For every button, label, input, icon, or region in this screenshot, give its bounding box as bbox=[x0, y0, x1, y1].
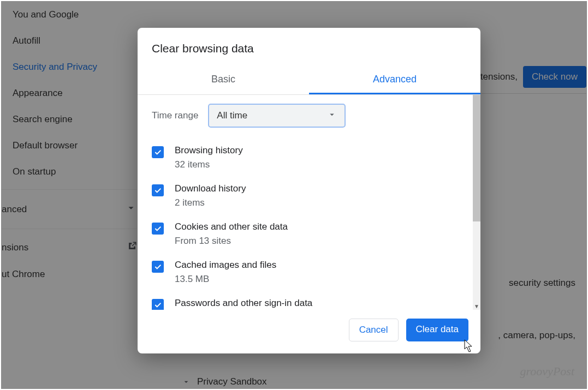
cancel-button[interactable]: Cancel bbox=[349, 319, 399, 341]
time-range-label: Time range bbox=[152, 110, 198, 121]
option-title: Cookies and other site data bbox=[175, 221, 288, 232]
check-icon bbox=[153, 148, 162, 157]
dialog-footer: Cancel Clear data bbox=[138, 310, 480, 353]
checkbox-cookies[interactable] bbox=[152, 223, 164, 235]
scrollbar-track[interactable]: ▼ bbox=[473, 95, 480, 310]
check-icon bbox=[153, 186, 162, 195]
scrollbar-down-arrow[interactable]: ▼ bbox=[473, 302, 480, 310]
clear-data-button[interactable]: Clear data bbox=[406, 319, 468, 341]
check-icon bbox=[153, 301, 162, 309]
scrollbar-thumb[interactable] bbox=[473, 95, 480, 221]
option-subtitle: 32 items bbox=[175, 159, 243, 170]
chevron-down-icon bbox=[327, 110, 337, 122]
option-download-history[interactable]: Download history 2 items bbox=[152, 178, 467, 216]
dialog-content: Time range All time Browsing history bbox=[138, 95, 480, 310]
option-subtitle: From 13 sites bbox=[175, 236, 288, 247]
option-title: Passwords and other sign-in data bbox=[175, 298, 312, 309]
option-passwords[interactable]: Passwords and other sign-in data bbox=[152, 292, 467, 310]
dialog-tabs: Basic Advanced bbox=[138, 67, 480, 95]
option-browsing-history[interactable]: Browsing history 32 items bbox=[152, 140, 467, 178]
option-subtitle: 13.5 MB bbox=[175, 274, 276, 285]
dialog-title: Clear browsing data bbox=[138, 28, 480, 67]
watermark-text: groovyPost bbox=[520, 364, 574, 379]
option-subtitle: 2 items bbox=[175, 197, 246, 208]
checkbox-passwords[interactable] bbox=[152, 299, 164, 310]
time-range-select[interactable]: All time bbox=[208, 104, 346, 128]
checkbox-download-history[interactable] bbox=[152, 184, 164, 196]
option-title: Cached images and files bbox=[175, 260, 276, 271]
checkbox-browsing-history[interactable] bbox=[152, 146, 164, 158]
tab-advanced[interactable]: Advanced bbox=[309, 67, 480, 94]
checkbox-cached[interactable] bbox=[152, 261, 164, 273]
mouse-cursor-icon bbox=[464, 339, 475, 356]
option-title: Download history bbox=[175, 183, 246, 194]
option-cookies[interactable]: Cookies and other site data From 13 site… bbox=[152, 216, 467, 254]
time-range-row: Time range All time bbox=[152, 104, 467, 128]
check-icon bbox=[153, 224, 162, 233]
check-icon bbox=[153, 262, 162, 271]
option-cached[interactable]: Cached images and files 13.5 MB bbox=[152, 254, 467, 292]
scroll-area: Time range All time Browsing history bbox=[138, 95, 473, 310]
option-title: Browsing history bbox=[175, 145, 243, 156]
time-range-value: All time bbox=[217, 110, 247, 121]
clear-browsing-data-dialog: Clear browsing data Basic Advanced Time … bbox=[138, 28, 480, 353]
tab-basic[interactable]: Basic bbox=[138, 67, 309, 94]
